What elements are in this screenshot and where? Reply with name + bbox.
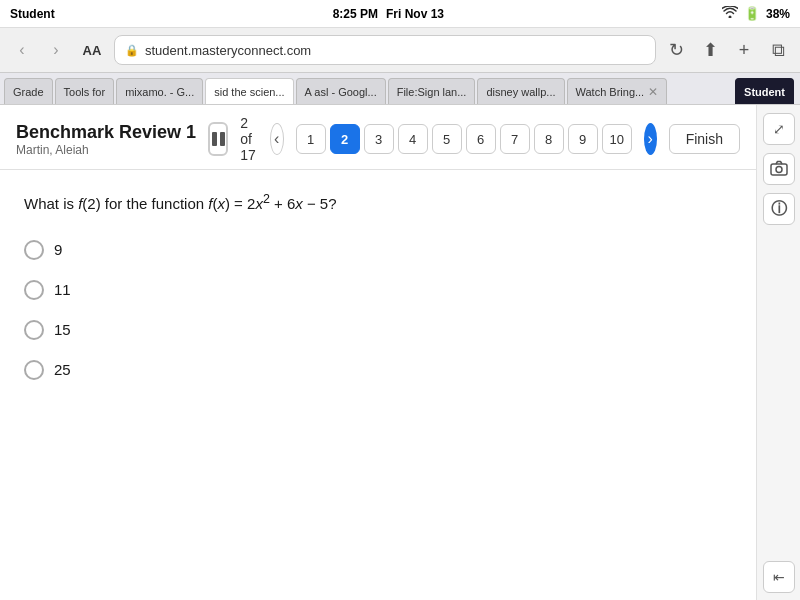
page-num-4[interactable]: 4: [398, 124, 428, 154]
svg-rect-0: [771, 164, 787, 175]
question-header: Benchmark Review 1 Martin, Aleiah 2 of 1…: [0, 105, 756, 170]
browser-chrome: ‹ › AA 🔒 student.masteryconnect.com ↻ ⬆ …: [0, 28, 800, 73]
camera-tool-button[interactable]: [763, 153, 795, 185]
page-num-9[interactable]: 9: [568, 124, 598, 154]
page-content: Benchmark Review 1 Martin, Aleiah 2 of 1…: [0, 105, 800, 600]
status-date: Fri Nov 13: [386, 7, 444, 21]
prev-page-button[interactable]: ‹: [270, 123, 284, 155]
share-button[interactable]: ⬆: [696, 36, 724, 64]
page-num-3[interactable]: 3: [364, 124, 394, 154]
back-button[interactable]: ‹: [8, 36, 36, 64]
address-bar[interactable]: 🔒 student.masteryconnect.com: [114, 35, 656, 65]
radio-b[interactable]: [24, 280, 44, 300]
tab-watch[interactable]: Watch Bring... ✕: [567, 78, 667, 104]
right-sidebar: ⤢ ⓘ ⇤: [756, 105, 800, 600]
pause-button[interactable]: [208, 122, 228, 156]
answer-choices: 9 11 15 25: [24, 240, 732, 380]
status-time: 8:25 PM: [333, 7, 378, 21]
page-num-10[interactable]: 10: [602, 124, 632, 154]
choice-c-label: 15: [54, 321, 71, 338]
page-num-1[interactable]: 1: [296, 124, 326, 154]
radio-d[interactable]: [24, 360, 44, 380]
new-tab-button[interactable]: +: [730, 36, 758, 64]
expand-tool-button[interactable]: ⤢: [763, 113, 795, 145]
tab-filesign[interactable]: File:Sign lan...: [388, 78, 476, 104]
page-num-5[interactable]: 5: [432, 124, 462, 154]
reload-button[interactable]: ↻: [662, 36, 690, 64]
next-page-button[interactable]: ›: [644, 123, 657, 155]
forward-button[interactable]: ›: [42, 36, 70, 64]
lock-icon: 🔒: [125, 44, 139, 57]
page-numbers: 1 2 3 4 5 6 7 8 9 10: [296, 124, 632, 154]
battery-percent: 38%: [766, 7, 790, 21]
tab-grade[interactable]: Grade: [4, 78, 53, 104]
pause-bar-right: [220, 132, 225, 146]
tab-student[interactable]: Student: [735, 78, 794, 104]
info-icon: ⓘ: [771, 199, 787, 220]
tab-mixamo[interactable]: mixamo. - G...: [116, 78, 203, 104]
tab-tools[interactable]: Tools for: [55, 78, 115, 104]
choice-a[interactable]: 9: [24, 240, 732, 260]
collapse-tool-button[interactable]: ⇤: [763, 561, 795, 593]
battery-icon: 🔋: [744, 6, 760, 21]
info-tool-button[interactable]: ⓘ: [763, 193, 795, 225]
radio-a[interactable]: [24, 240, 44, 260]
camera-icon: [770, 160, 788, 179]
page-num-7[interactable]: 7: [500, 124, 530, 154]
tab-disney[interactable]: disney wallp...: [477, 78, 564, 104]
status-bar: Student 8:25 PM Fri Nov 13 🔋 38%: [0, 0, 800, 28]
finish-button[interactable]: Finish: [669, 124, 740, 154]
choice-b[interactable]: 11: [24, 280, 732, 300]
collapse-icon: ⇤: [773, 569, 785, 585]
choice-a-label: 9: [54, 241, 62, 258]
reader-mode-button[interactable]: AA: [76, 36, 108, 64]
tabs-bar: Grade Tools for mixamo. - G... sid the s…: [0, 73, 800, 105]
question-text: What is f(2) for the function f(x) = 2x2…: [24, 190, 732, 216]
address-text: student.masteryconnect.com: [145, 43, 311, 58]
wifi-icon: [722, 6, 738, 21]
choice-d-label: 25: [54, 361, 71, 378]
page-num-2[interactable]: 2: [330, 124, 360, 154]
tab-sid[interactable]: sid the scien...: [205, 78, 293, 104]
expand-icon: ⤢: [773, 121, 785, 137]
radio-c[interactable]: [24, 320, 44, 340]
main-area: Benchmark Review 1 Martin, Aleiah 2 of 1…: [0, 105, 756, 600]
question-body: What is f(2) for the function f(x) = 2x2…: [0, 170, 756, 600]
tabs-button[interactable]: ⧉: [764, 36, 792, 64]
quiz-subtitle: Martin, Aleiah: [16, 143, 196, 157]
choice-d[interactable]: 25: [24, 360, 732, 380]
page-num-6[interactable]: 6: [466, 124, 496, 154]
page-num-8[interactable]: 8: [534, 124, 564, 154]
pause-bar-left: [212, 132, 217, 146]
tab-close-watch[interactable]: ✕: [648, 86, 658, 98]
page-indicator: 2 of 17: [240, 115, 257, 163]
quiz-title: Benchmark Review 1: [16, 122, 196, 143]
svg-point-1: [776, 166, 782, 172]
choice-c[interactable]: 15: [24, 320, 732, 340]
status-app-label: Student: [10, 7, 55, 21]
choice-b-label: 11: [54, 281, 71, 298]
tab-a-asl[interactable]: A asl - Googl...: [296, 78, 386, 104]
